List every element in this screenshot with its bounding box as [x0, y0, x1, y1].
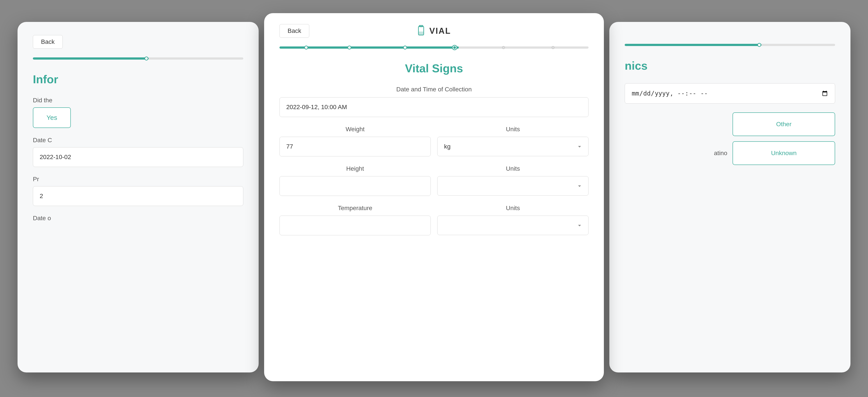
height-row: Height Units cm in [279, 165, 589, 196]
weight-input[interactable] [279, 137, 431, 157]
weight-units-label: Units [437, 126, 589, 133]
progress-dot-2 [347, 45, 351, 49]
back-button[interactable]: Back [279, 24, 309, 38]
progress-dot-3 [403, 45, 407, 49]
left-date-c-input[interactable] [33, 147, 243, 167]
progress-bar-container [264, 38, 604, 48]
temperature-row: Temperature Units °C °F [279, 205, 589, 235]
left-progress-fill [33, 57, 149, 60]
left-date-o-label: Date o [33, 215, 243, 222]
temperature-label: Temperature [279, 205, 431, 212]
center-card: Back VIAL Vital Signs Date and Time [264, 13, 604, 381]
progress-dot-1 [304, 45, 308, 49]
latino-label: atino [714, 150, 727, 157]
left-back-button[interactable]: Back [33, 35, 63, 48]
other-button[interactable]: Other [733, 112, 835, 136]
progress-track [279, 46, 589, 48]
left-pr-input[interactable] [33, 186, 243, 206]
left-pr-label: Pr [33, 176, 243, 183]
height-group: Height [279, 165, 431, 196]
right-progress-fill [625, 44, 762, 46]
temperature-units-group: Units °C °F [437, 205, 589, 235]
left-progress-dot [145, 57, 148, 61]
weight-row: Weight Units kg lbs [279, 126, 589, 157]
unknown-button[interactable]: Unknown [733, 141, 835, 165]
page-title: Vital Signs [264, 62, 604, 75]
left-question-label: Did the [33, 97, 243, 104]
temperature-group: Temperature [279, 205, 431, 235]
height-label: Height [279, 165, 431, 172]
height-units-group: Units cm in [437, 165, 589, 196]
date-label: Date and Time of Collection [279, 86, 589, 93]
weight-label: Weight [279, 126, 431, 133]
left-card: Back Infor Did the Yes Date C Pr Date o [18, 22, 259, 372]
form-section: Date and Time of Collection Weight Units… [264, 86, 604, 235]
height-units-select[interactable]: cm in [437, 176, 589, 196]
progress-dot-6 [552, 46, 555, 49]
weight-units-group: Units kg lbs [437, 126, 589, 157]
left-section-title: Infor [33, 73, 243, 86]
date-input[interactable] [279, 97, 589, 117]
yes-button[interactable]: Yes [33, 107, 71, 128]
weight-units-select[interactable]: kg lbs [437, 137, 589, 156]
weight-group: Weight [279, 126, 431, 157]
logo-text: VIAL [429, 26, 451, 36]
right-section-title: nics [625, 59, 835, 72]
ethnicity-grid: Other atino Unknown [625, 112, 835, 165]
progress-dot-5 [502, 46, 505, 49]
vial-icon [416, 25, 426, 37]
right-card: nics Other atino Unknown [609, 22, 850, 372]
svg-rect-2 [418, 32, 424, 35]
temperature-units-label: Units [437, 205, 589, 212]
progress-dot-active [453, 45, 457, 49]
left-date-c-label: Date C [33, 137, 243, 144]
temperature-input[interactable] [279, 216, 431, 235]
card-header: Back VIAL [264, 13, 604, 38]
right-progress-dot [757, 43, 761, 47]
temperature-units-select[interactable]: °C °F [437, 216, 589, 235]
right-progress-bar [625, 44, 835, 46]
height-input[interactable] [279, 176, 431, 196]
logo-area: VIAL [416, 25, 451, 37]
height-units-label: Units [437, 165, 589, 172]
left-progress-bar [33, 57, 243, 60]
right-date-input[interactable] [625, 83, 835, 104]
